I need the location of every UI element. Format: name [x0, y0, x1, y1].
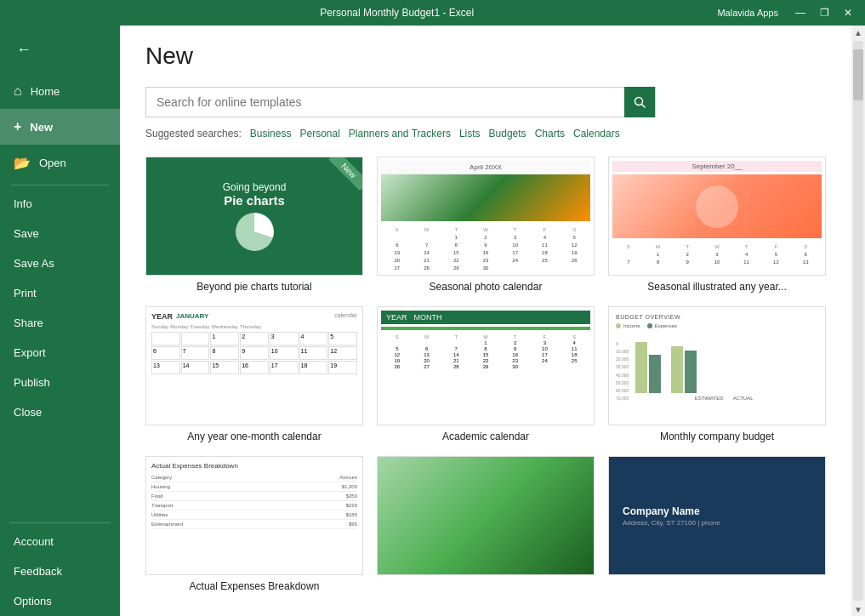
template-card-green-abstract[interactable]: [377, 456, 595, 592]
template-name: Beyond pie charts tutorial: [145, 281, 363, 293]
template-name: Actual Expenses Breakdown: [145, 580, 363, 592]
main-panel: New Suggested searches: Business P: [120, 26, 851, 616]
template-card-company[interactable]: Company Name Address, City, ST 27100 | p…: [608, 456, 826, 592]
sidebar-item-new[interactable]: + New: [0, 109, 120, 145]
scroll-up-button[interactable]: ▲: [851, 26, 865, 39]
sidebar-divider-1: [10, 185, 110, 185]
template-thumb-budget: BUDGET OVERVIEW Income Expenses 70,000 6…: [608, 306, 826, 425]
sidebar-item-publish[interactable]: Publish: [0, 368, 120, 397]
suggested-label: Suggested searches:: [145, 128, 242, 140]
tag-planners[interactable]: Planners and Trackers: [349, 128, 451, 140]
template-card-budget[interactable]: BUDGET OVERVIEW Income Expenses 70,000 6…: [608, 306, 826, 442]
sidebar-bottom: Account Feedback Options: [0, 519, 120, 616]
back-icon: ←: [16, 41, 31, 59]
template-card-pie-charts[interactable]: Going beyond Pie charts Beyond pie chart…: [145, 157, 363, 293]
template-thumb-academic-calendar: YEAR MONTH S M T W T F: [377, 306, 595, 425]
sidebar-item-feedback[interactable]: Feedback: [0, 556, 120, 586]
calendar-photo: [381, 174, 590, 221]
main-content: New Suggested searches: Business P: [120, 26, 865, 616]
window-title: Personal Monthly Budget1 - Excel: [77, 7, 717, 19]
sidebar-item-label: New: [30, 121, 53, 134]
new-icon: +: [14, 119, 21, 134]
template-card-year-calendar[interactable]: YEAR JANUARY calendar Sunday Monday Tues…: [145, 306, 363, 442]
scrollbar: ▲ ▼: [851, 26, 865, 616]
search-input[interactable]: [146, 95, 624, 109]
sidebar-item-options[interactable]: Options: [0, 586, 120, 616]
back-button[interactable]: ←: [7, 32, 41, 66]
tag-business[interactable]: Business: [250, 128, 292, 140]
scroll-track[interactable]: [853, 41, 863, 601]
minimize-button[interactable]: —: [792, 4, 809, 21]
search-icon: [634, 96, 646, 108]
template-name: Seasonal illustrated any year...: [608, 281, 826, 293]
template-thumb-green-abstract: [377, 456, 595, 575]
sidebar-item-open[interactable]: 📂 Open: [0, 145, 120, 181]
template-name: Academic calendar: [377, 431, 595, 442]
sidebar-item-print[interactable]: Print: [0, 278, 120, 308]
sidebar-item-home[interactable]: ⌂ Home: [0, 73, 120, 109]
template-name: Seasonal photo calendar: [377, 281, 595, 293]
app-name: Malavida Apps: [717, 8, 778, 18]
page-title: New: [145, 43, 826, 70]
sidebar-item-share[interactable]: Share: [0, 308, 120, 338]
suggested-searches: Suggested searches: Business Personal Pl…: [145, 128, 826, 140]
sidebar-item-label: Open: [39, 157, 66, 169]
template-thumb-year-calendar: YEAR JANUARY calendar Sunday Monday Tues…: [145, 306, 363, 425]
close-button[interactable]: ✕: [839, 4, 856, 21]
template-card-photo-calendar[interactable]: April 20XX SMTWTFS 12345 6789101112 1314…: [377, 157, 595, 293]
open-icon: 📂: [14, 155, 31, 171]
template-card-illustrated[interactable]: September 20__ SMTWTFS 123456 7891011121…: [608, 157, 826, 293]
sidebar-item-save[interactable]: Save: [0, 219, 120, 248]
template-thumb-pie-charts: Going beyond Pie charts: [145, 157, 363, 276]
template-thumb-expenses: Actual Expenses Breakdown CategoryAmount…: [145, 456, 363, 575]
template-name: Monthly company budget: [608, 431, 826, 442]
search-button[interactable]: [624, 87, 655, 117]
template-name: [377, 580, 595, 592]
home-icon: ⌂: [14, 83, 22, 99]
new-badge: [322, 157, 363, 198]
sidebar-item-close[interactable]: Close: [0, 397, 120, 427]
scroll-thumb[interactable]: [853, 49, 863, 100]
sidebar-item-info[interactable]: Info: [0, 189, 120, 219]
svg-line-1: [642, 105, 646, 108]
sidebar-item-account[interactable]: Account: [0, 527, 120, 556]
template-card-academic-calendar[interactable]: YEAR MONTH S M T W T F: [377, 306, 595, 442]
titlebar: Personal Monthly Budget1 - Excel Malavid…: [0, 0, 865, 26]
sidebar-item-save-as[interactable]: Save As: [0, 248, 120, 278]
sidebar-divider-2: [10, 522, 110, 523]
tag-charts[interactable]: Charts: [535, 128, 565, 140]
maximize-button[interactable]: ❐: [816, 4, 833, 21]
template-name: Any year one-month calendar: [145, 431, 363, 442]
pie-chart-icon: [236, 213, 274, 251]
window-controls: Malavida Apps — ❐ ✕: [717, 4, 856, 21]
search-bar: [145, 87, 656, 117]
template-thumb-company: Company Name Address, City, ST 27100 | p…: [608, 456, 826, 575]
sidebar-item-export[interactable]: Export: [0, 338, 120, 368]
tag-personal[interactable]: Personal: [299, 128, 339, 140]
template-name: [608, 580, 826, 592]
template-card-expenses[interactable]: Actual Expenses Breakdown CategoryAmount…: [145, 456, 363, 592]
template-thumb-photo-calendar: April 20XX SMTWTFS 12345 6789101112 1314…: [377, 157, 595, 276]
sidebar-item-label: Home: [31, 85, 60, 98]
tag-budgets[interactable]: Budgets: [489, 128, 526, 140]
sidebar: ← ⌂ Home + New 📂 Open Info Save Save As …: [0, 26, 120, 616]
templates-grid: Going beyond Pie charts Beyond pie chart…: [145, 157, 826, 592]
tag-calendars[interactable]: Calendars: [573, 128, 620, 140]
template-thumb-illustrated: September 20__ SMTWTFS 123456 7891011121…: [608, 157, 826, 276]
tag-lists[interactable]: Lists: [459, 128, 481, 140]
scroll-down-button[interactable]: ▼: [851, 602, 865, 616]
